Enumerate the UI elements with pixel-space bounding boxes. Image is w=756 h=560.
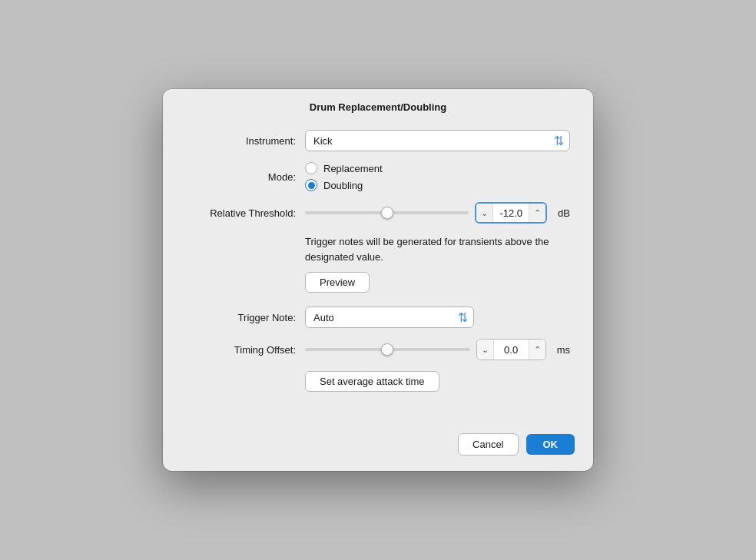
attack-time-row: Set average attack time (305, 371, 570, 392)
threshold-value: -12.0 (493, 207, 529, 219)
cancel-button[interactable]: Cancel (458, 433, 518, 456)
dialog-title: Drum Replacement/Doubling (163, 89, 593, 122)
timing-offset-unit: ms (557, 344, 570, 356)
mode-replacement-option[interactable]: Replacement (305, 162, 383, 174)
doubling-radio-dot (308, 182, 315, 189)
mode-radio-group: Replacement Doubling (305, 162, 383, 191)
threshold-row: Relative Threshold: ⌄ -12.0 ⌃ dB (186, 202, 570, 224)
timing-offset-spinbox: ⌄ 0.0 ⌃ (476, 339, 546, 360)
timing-offset-value: 0.0 (494, 344, 529, 356)
threshold-decrement-button[interactable]: ⌄ (476, 204, 493, 222)
dialog-content: Instrument: Kick Snare Hi-Hat Tom ⇅ Mode… (163, 122, 593, 422)
trigger-note-select-wrapper: Auto C1 D1 E1 ⇅ (305, 307, 474, 328)
trigger-note-controls: Auto C1 D1 E1 ⇅ (305, 307, 570, 328)
dialog-bottom-bar: Cancel OK (163, 422, 593, 471)
replacement-radio-button[interactable] (305, 162, 317, 174)
threshold-slider-area: ⌄ -12.0 ⌃ dB (305, 202, 570, 224)
instrument-select-wrapper: Kick Snare Hi-Hat Tom ⇅ (305, 130, 570, 151)
threshold-unit: dB (558, 207, 570, 219)
trigger-note-row: Trigger Note: Auto C1 D1 E1 ⇅ (186, 307, 570, 328)
preview-row: Preview (305, 272, 570, 293)
drum-replacement-dialog: Drum Replacement/Doubling Instrument: Ki… (163, 89, 593, 471)
threshold-slider[interactable] (305, 211, 469, 214)
threshold-description: Trigger notes will be generated for tran… (305, 234, 566, 264)
mode-label: Mode: (186, 171, 305, 183)
mode-doubling-option[interactable]: Doubling (305, 179, 383, 191)
instrument-row: Instrument: Kick Snare Hi-Hat Tom ⇅ (186, 130, 570, 151)
threshold-increment-button[interactable]: ⌃ (529, 204, 545, 222)
timing-offset-row: Timing Offset: ⌄ 0.0 ⌃ ms (186, 339, 570, 360)
timing-offset-slider[interactable] (305, 348, 470, 351)
threshold-label: Relative Threshold: (186, 207, 305, 219)
replacement-radio-label: Replacement (323, 163, 383, 174)
set-attack-time-button[interactable]: Set average attack time (305, 371, 439, 392)
mode-controls: Replacement Doubling (305, 162, 570, 191)
timing-offset-label: Timing Offset: (186, 344, 305, 356)
doubling-radio-button[interactable] (305, 179, 317, 191)
ok-button[interactable]: OK (526, 434, 575, 455)
instrument-select[interactable]: Kick Snare Hi-Hat Tom (305, 130, 570, 151)
threshold-spinbox: ⌄ -12.0 ⌃ (475, 202, 547, 224)
instrument-label: Instrument: (186, 135, 305, 147)
instrument-controls: Kick Snare Hi-Hat Tom ⇅ (305, 130, 570, 151)
trigger-note-select[interactable]: Auto C1 D1 E1 (305, 307, 474, 328)
preview-button[interactable]: Preview (305, 272, 370, 293)
doubling-radio-label: Doubling (323, 180, 363, 191)
trigger-note-label: Trigger Note: (186, 312, 305, 323)
timing-offset-decrement-button[interactable]: ⌄ (477, 340, 494, 360)
timing-offset-increment-button[interactable]: ⌃ (529, 340, 545, 360)
mode-row: Mode: Replacement Doubling (186, 162, 570, 191)
timing-offset-slider-area: ⌄ 0.0 ⌃ ms (305, 339, 570, 360)
